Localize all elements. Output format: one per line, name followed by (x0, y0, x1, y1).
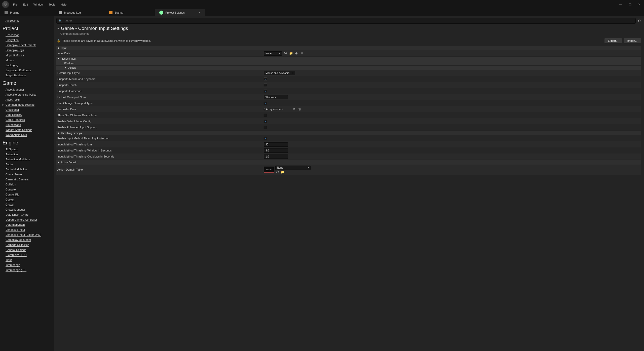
sidebar-item-description[interactable]: Description (0, 32, 54, 37)
sidebar-item-world-audio-data[interactable]: World Audio Data (0, 132, 54, 137)
sidebar-item-gameplaytags[interactable]: GameplayTags (0, 48, 54, 53)
section-windows[interactable]: ▼Windows (56, 61, 641, 65)
use-selected-asset-icon[interactable]: ⦿ (275, 170, 279, 174)
sidebar-item-packaging[interactable]: Packaging (0, 63, 54, 68)
sidebar-item-crossfader[interactable]: Crossfader (0, 107, 54, 112)
sidebar-item-debug-camera-controller[interactable]: Debug Camera Controller (0, 217, 54, 222)
close-button[interactable]: ✕ (638, 3, 640, 6)
sidebar-item-console[interactable]: Console (0, 187, 54, 192)
array-add-icon[interactable]: ⊕ (292, 107, 296, 111)
collapse-icon[interactable]: ▼ (57, 27, 59, 30)
menu-help[interactable]: Help (61, 3, 67, 6)
sidebar-item-enhanced-input[interactable]: Enhanced Input (0, 227, 54, 232)
sidebar-item-game-features[interactable]: Game Features (0, 117, 54, 122)
sidebar-item-audio[interactable]: Audio (0, 162, 54, 167)
sidebar-item-general-settings[interactable]: General Settings (0, 247, 54, 252)
section-default[interactable]: ▼Default (56, 66, 641, 70)
can-change-gamepad-checkbox[interactable]: ✓ (264, 102, 267, 105)
label-supports-touch: Supports Touch (57, 84, 77, 87)
sidebar-item-data-registry[interactable]: Data Registry (0, 112, 54, 117)
sidebar-item-asset-referencing-policy[interactable]: Asset Referencing Policy (0, 92, 54, 97)
menu-window[interactable]: Window (33, 3, 43, 6)
supports-gamepad-checkbox[interactable]: ✓ (264, 90, 267, 93)
asset-thumbnail[interactable]: None (264, 167, 274, 173)
array-clear-icon[interactable]: 🗑 (298, 107, 302, 111)
sidebar-item-chaos-solver[interactable]: Chaos Solver (0, 172, 54, 177)
supports-touch-checkbox[interactable] (264, 84, 267, 87)
minimize-button[interactable]: — (619, 3, 622, 6)
default-input-type-dropdown[interactable]: Mouse and Keyboard▾ (264, 71, 295, 75)
menu-edit[interactable]: Edit (23, 3, 28, 6)
sidebar-item-common-input-settings[interactable]: Common Input Settings (0, 102, 54, 107)
sidebar-item-asset-manager[interactable]: Asset Manager (0, 87, 54, 92)
supports-mk-checkbox[interactable]: ✓ (264, 77, 267, 81)
plug-icon (5, 11, 8, 14)
sidebar-item-gameplay-debugger[interactable]: Gameplay Debugger (0, 237, 54, 242)
sidebar-item-cooker[interactable]: Cooker (0, 197, 54, 202)
sidebar-item-animation-modifiers[interactable]: Animation Modifiers (0, 157, 54, 162)
label-default-input-type: Default Input Type (57, 71, 80, 74)
enable-protection-checkbox[interactable]: ✓ (264, 137, 267, 140)
use-selected-icon[interactable]: ⦿ (283, 52, 287, 55)
sidebar-item-widget-state-settings[interactable]: Widget State Settings (0, 127, 54, 132)
action-domain-dropdown[interactable]: None▾ (275, 166, 311, 170)
sidebar-item-hierarchical-lod[interactable]: Hierarchical LOD (0, 252, 54, 257)
browse-asset-icon[interactable]: 📁 (280, 170, 284, 174)
export-button[interactable]: Export... (604, 38, 622, 43)
browse-icon[interactable]: 📁 (289, 52, 293, 55)
sidebar-item-audio-modulation[interactable]: Audio Modulation (0, 167, 54, 172)
allow-oof-checkbox[interactable] (264, 114, 267, 117)
thrash-window-input[interactable] (264, 148, 288, 153)
sidebar-all-settings[interactable]: All Settings (0, 18, 54, 23)
tab-plugins[interactable]: Plugins (0, 9, 54, 16)
sidebar-item-target-hardware[interactable]: Target Hardware (0, 73, 54, 78)
section-platform-input[interactable]: ▼Platform Input (56, 57, 641, 61)
menu-tools[interactable]: Tools (49, 3, 55, 6)
tab-project-settings[interactable]: Project Settings✕ (155, 9, 205, 16)
sidebar-item-interchange[interactable]: Interchange (0, 262, 54, 267)
clear-icon[interactable]: ✕ (300, 52, 304, 55)
thrash-limit-input[interactable] (264, 142, 288, 147)
sidebar-item-animation[interactable]: Animation (0, 152, 54, 157)
tab-bar: Plugins Message Log Startup Project Sett… (0, 9, 644, 16)
maximize-button[interactable]: ▢ (629, 3, 631, 6)
sidebar-item-ai-system[interactable]: AI System (0, 147, 54, 152)
thrash-cooldown-input[interactable] (264, 154, 288, 159)
sidebar-item-data-driven-cvars[interactable]: Data Driven CVars (0, 212, 54, 217)
sidebar-item-crowd-manager[interactable]: Crowd Manager (0, 207, 54, 212)
import-button[interactable]: Import... (624, 38, 641, 43)
sidebar-item-cinematic-camera[interactable]: Cinematic Camera (0, 177, 54, 182)
settings-gear-icon[interactable]: ⚙ (638, 19, 641, 23)
sidebar-item-enhanced-input-editor[interactable]: Enhanced Input (Editor Only) (0, 232, 54, 237)
sidebar-item-encryption[interactable]: Encryption (0, 37, 54, 43)
menu-file[interactable]: File (13, 3, 18, 6)
property-grid[interactable]: ▼Input Input Data None▾ ⦿ 📁 ⊕ ✕ ▼Platfor… (54, 45, 644, 351)
default-gamepad-name-input[interactable] (264, 95, 288, 99)
sidebar-item-interchange-gltf[interactable]: Interchange glTF (0, 267, 54, 272)
app-logo[interactable]: U (2, 1, 9, 8)
enable-enhanced-checkbox[interactable] (264, 126, 267, 129)
sidebar-item-input[interactable]: Input (0, 257, 54, 262)
tab-startup[interactable]: Startup (104, 9, 155, 16)
search-input[interactable]: 🔍Search (56, 18, 636, 24)
add-icon[interactable]: ⊕ (294, 52, 298, 55)
sidebar-item-deformergraph[interactable]: DeformerGraph (0, 222, 54, 227)
sidebar-item-maps-modes[interactable]: Maps & Modes (0, 53, 54, 58)
input-data-dropdown[interactable]: None▾ (264, 51, 282, 56)
close-tab-icon[interactable]: ✕ (198, 11, 201, 14)
sidebar-item-crowd[interactable]: Crowd (0, 202, 54, 207)
sidebar-item-movies[interactable]: Movies (0, 58, 54, 63)
sidebar-item-asset-tools[interactable]: Asset Tools (0, 97, 54, 102)
sidebar-item-garbage-collection[interactable]: Garbage Collection (0, 242, 54, 247)
section-action-domain[interactable]: ▼Action Domain (56, 160, 641, 165)
tab-message-log[interactable]: Message Log (54, 9, 104, 16)
settings-sidebar[interactable]: All Settings Project Description Encrypt… (0, 16, 54, 351)
sidebar-item-soundscape[interactable]: Soundscape (0, 122, 54, 127)
sidebar-item-control-rig[interactable]: Control Rig (0, 192, 54, 197)
sidebar-item-collision[interactable]: Collision (0, 182, 54, 187)
section-thrashing[interactable]: ▼Thrashing Settings (56, 131, 641, 135)
section-input[interactable]: ▼Input (56, 46, 641, 50)
enable-default-cfg-checkbox[interactable]: ✓ (264, 120, 267, 123)
sidebar-item-gameplay-effect-parents[interactable]: Gameplay Effect Parents (0, 43, 54, 48)
sidebar-item-supported-platforms[interactable]: Supported Platforms (0, 68, 54, 73)
